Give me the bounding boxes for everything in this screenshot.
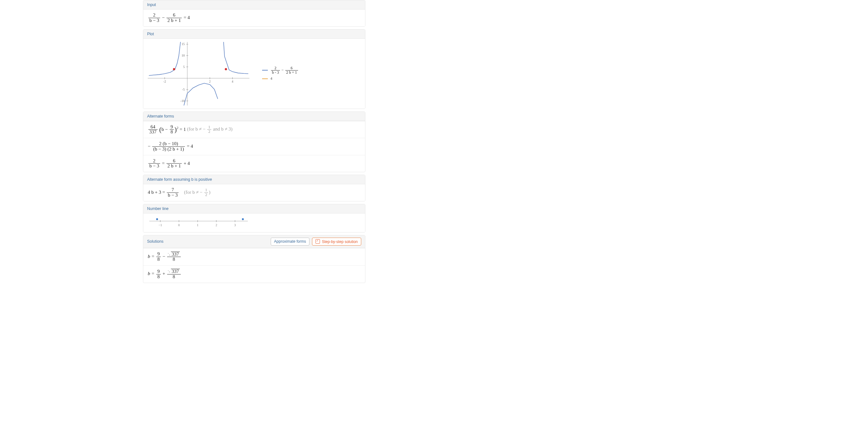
legend-swatch-orange (262, 78, 268, 79)
plot-header-label: Plot (147, 32, 154, 36)
alt-pos-pod: Alternate form assuming b is positive 4 … (143, 175, 365, 201)
alt-forms-header-label: Alternate forms (147, 114, 174, 119)
solutions-header: Solutions Approximate forms Step-by-step… (143, 235, 365, 248)
svg-text:5: 5 (183, 65, 185, 68)
svg-text:10: 10 (181, 53, 185, 57)
input-content: 2b − 3 − 62 b + 1 = 4 (143, 9, 365, 26)
svg-text:15: 15 (181, 42, 185, 46)
solutions-pod: Solutions Approximate forms Step-by-step… (143, 235, 365, 283)
svg-text:-2: -2 (163, 80, 166, 83)
alt-pos-expr: 4 b + 3 = 7b − 3 (for b ≠ − 12) (143, 184, 365, 201)
svg-text:2: 2 (209, 80, 211, 83)
approximate-forms-button[interactable]: Approximate forms (271, 237, 310, 246)
solution-2: b = 98 + 3378 (143, 265, 365, 283)
plot-legend: 2b - 3 − 62 b + 1 4 (262, 64, 299, 83)
numberline-svg: −10123 (148, 217, 249, 228)
alt-form-2: − 2 (b − 10)(b − 3) (2 b + 1) = 4 (143, 138, 365, 155)
svg-text:-5: -5 (182, 88, 185, 91)
svg-text:4: 4 (231, 80, 233, 83)
input-header-label: Input (147, 3, 156, 7)
check-icon (315, 239, 320, 244)
input-header: Input (143, 0, 365, 9)
plot-pod: Plot -224-10-551015 2b - 3 − 62 b + 1 4 (143, 29, 365, 109)
alt-forms-pod: Alternate forms 64337 (b − 98)2 = 1 (for… (143, 112, 365, 172)
svg-text:-10: -10 (181, 99, 185, 102)
plot-content: -224-10-551015 2b - 3 − 62 b + 1 4 (143, 39, 365, 109)
svg-point-19 (225, 68, 227, 70)
svg-point-18 (173, 68, 175, 70)
numberline-header-label: Number line (147, 206, 168, 211)
legend-row-const: 4 (262, 76, 299, 81)
plot-header: Plot (143, 30, 365, 39)
alt-forms-header: Alternate forms (143, 112, 365, 121)
plot-svg: -224-10-551015 (148, 42, 249, 105)
legend-row-curve: 2b - 3 − 62 b + 1 (262, 66, 299, 74)
svg-point-32 (242, 218, 244, 220)
svg-text:0: 0 (178, 223, 180, 227)
numberline-pod: Number line −10123 (143, 204, 365, 232)
alt-pos-header: Alternate form assuming b is positive (143, 175, 365, 184)
legend-swatch-blue (262, 70, 268, 70)
solution-1: b = 98 − 3378 (143, 248, 365, 265)
alt-form-3: 2b − 3 = 62 b + 1 + 4 (143, 155, 365, 172)
svg-point-31 (156, 218, 158, 220)
svg-text:2: 2 (215, 223, 217, 227)
alt-form-1: 64337 (b − 98)2 = 1 (for b ≠ − 12 and b … (143, 121, 365, 138)
solutions-header-label: Solutions (147, 239, 163, 244)
numberline-content: −10123 (143, 214, 365, 232)
svg-text:1: 1 (197, 223, 198, 227)
input-expression: 2b − 3 − 62 b + 1 = 4 (148, 15, 190, 20)
svg-text:−1: −1 (159, 223, 162, 227)
alt-pos-header-label: Alternate form assuming b is positive (147, 177, 212, 182)
input-pod: Input 2b − 3 − 62 b + 1 = 4 (143, 0, 365, 27)
svg-text:3: 3 (234, 223, 236, 227)
step-by-step-button[interactable]: Step-by-step solution (312, 237, 361, 246)
numberline-header: Number line (143, 204, 365, 214)
